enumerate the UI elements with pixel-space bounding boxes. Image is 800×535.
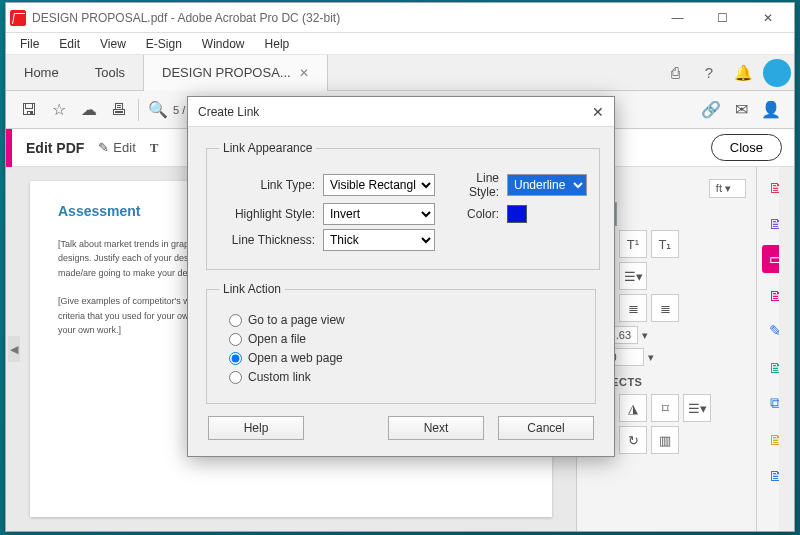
dialog-titlebar: Create Link ✕ [188, 97, 614, 127]
help-button[interactable]: Help [208, 416, 304, 440]
radio-custom-link[interactable] [229, 371, 242, 384]
highlight-style-select[interactable]: Invert [323, 203, 435, 225]
dialog-close-icon[interactable]: ✕ [592, 104, 604, 120]
cancel-button[interactable]: Cancel [498, 416, 594, 440]
dialog-title: Create Link [198, 105, 259, 119]
link-action-group: Link Action Go to a page view Open a fil… [206, 282, 596, 404]
radio-open-web[interactable] [229, 352, 242, 365]
radio-open-file[interactable] [229, 333, 242, 346]
line-thickness-select[interactable]: Thick [323, 229, 435, 251]
link-color-swatch[interactable] [507, 205, 527, 223]
link-type-select[interactable]: Visible Rectangle [323, 174, 435, 196]
highlight-style-label: Highlight Style: [219, 207, 315, 221]
link-type-label: Link Type: [219, 178, 315, 192]
link-appearance-group: Link Appearance Link Type: Visible Recta… [206, 141, 600, 270]
line-thickness-label: Line Thickness: [219, 233, 315, 247]
color-label: Color: [443, 207, 499, 221]
line-style-label: Line Style: [443, 171, 499, 199]
line-style-select[interactable]: Underline [507, 174, 587, 196]
modal-overlay: Create Link ✕ Link Appearance Link Type:… [0, 0, 800, 535]
radio-page-view[interactable] [229, 314, 242, 327]
link-appearance-legend: Link Appearance [219, 141, 316, 155]
link-action-legend: Link Action [219, 282, 285, 296]
next-button[interactable]: Next [388, 416, 484, 440]
create-link-dialog: Create Link ✕ Link Appearance Link Type:… [187, 96, 615, 457]
